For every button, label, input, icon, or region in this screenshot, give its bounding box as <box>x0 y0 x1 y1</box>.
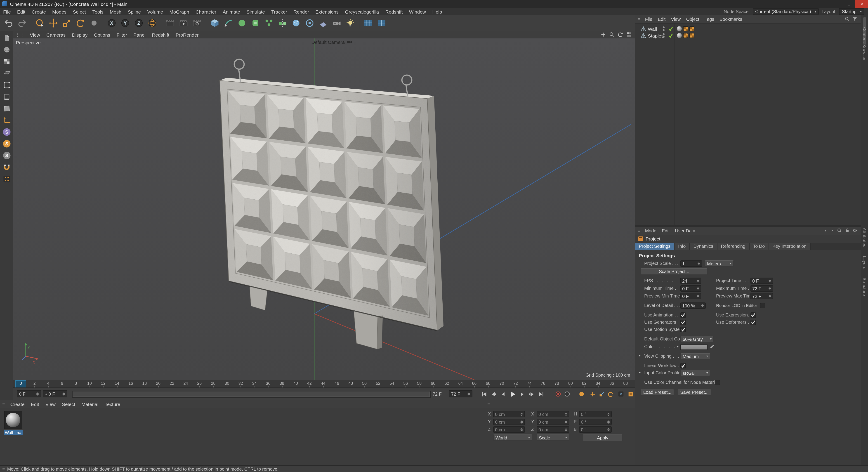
viewport-menu-display[interactable]: Display <box>69 31 91 38</box>
input-profile-select[interactable]: sRGB▾ <box>680 370 710 376</box>
layout-select[interactable]: Startup▾ <box>839 8 864 15</box>
menu-edit[interactable]: Edit <box>14 8 29 15</box>
enabled-check-icon[interactable] <box>668 33 673 39</box>
render-view-icon[interactable] <box>164 17 176 29</box>
tab-info[interactable]: Info <box>675 243 690 250</box>
apply-button[interactable]: Apply <box>583 435 622 441</box>
coordinate-system-select[interactable]: World▾ <box>493 435 532 441</box>
close-button[interactable]: × <box>855 0 868 8</box>
menu-spline[interactable]: Spline <box>125 8 144 15</box>
search-icon[interactable] <box>837 228 842 234</box>
enable-snap-icon[interactable] <box>1 162 12 173</box>
preview-range-bar[interactable] <box>72 390 431 398</box>
play-button[interactable] <box>508 390 517 398</box>
menu-window[interactable]: Window <box>406 8 429 15</box>
zoom-view-icon[interactable] <box>608 31 616 38</box>
workplane-mode-icon[interactable] <box>1 68 12 79</box>
linear-workflow-checkbox[interactable] <box>680 363 686 369</box>
viewport-view-label[interactable]: Perspective <box>16 40 41 45</box>
lock-x-axis-icon[interactable]: X <box>105 17 118 29</box>
object-menu-edit[interactable]: Edit <box>655 15 668 23</box>
attribute-menu-mode[interactable]: Mode <box>643 227 659 234</box>
side-tab-layers[interactable]: Layers <box>862 256 867 270</box>
menu-tracker[interactable]: Tracker <box>268 8 290 15</box>
node-material-checkbox[interactable] <box>715 380 720 385</box>
menu-volume[interactable]: Volume <box>144 8 166 15</box>
default-object-color-select[interactable]: 60% Gray▾ <box>680 336 714 342</box>
add-field-icon[interactable] <box>303 17 316 29</box>
object-menu-object[interactable]: Object <box>683 15 702 23</box>
texture-tag-icon[interactable] <box>689 26 694 31</box>
scale-project-button[interactable]: Scale Project... <box>641 268 708 275</box>
tab-to-do[interactable]: To Do <box>749 243 769 250</box>
material-menu-material[interactable]: Material <box>78 400 101 408</box>
attribute-object-row[interactable]: Project <box>635 235 861 242</box>
add-extrude-icon[interactable] <box>249 17 262 29</box>
move-tool-icon[interactable] <box>47 17 60 29</box>
texture-tag-icon[interactable] <box>689 33 694 38</box>
goto-start-button[interactable] <box>480 390 489 398</box>
redo-icon[interactable] <box>16 17 29 29</box>
search-icon[interactable] <box>844 16 850 22</box>
panel-splitter[interactable] <box>635 225 861 227</box>
phong-tag-icon[interactable] <box>677 33 682 38</box>
view-clipping-caret[interactable]: ▸ <box>639 353 641 357</box>
minimum-time-field[interactable]: 0 F <box>680 285 701 292</box>
material-item[interactable]: Wall_ma <box>4 411 23 463</box>
timeline-ruler[interactable]: 0246810121416182022242628303234363840424… <box>13 380 635 388</box>
key-parameter-button[interactable]: P <box>617 390 625 398</box>
filter-icon[interactable] <box>852 16 858 22</box>
use-generators-checkbox[interactable] <box>680 320 686 325</box>
history-back-icon[interactable] <box>823 228 828 233</box>
viewport-menu-redshift[interactable]: Redshift <box>149 31 173 38</box>
preview-max-field[interactable]: 72 F <box>750 293 773 299</box>
viewport-menu-options[interactable]: Options <box>91 31 113 38</box>
menu-mesh[interactable]: Mesh <box>107 8 125 15</box>
object-menu-view[interactable]: View <box>668 15 683 23</box>
viewport-menu-view[interactable]: View <box>27 31 43 38</box>
viewport-menu-prorender[interactable]: ProRender <box>173 31 202 38</box>
menu-select[interactable]: Select <box>70 8 89 15</box>
attribute-menu-edit[interactable]: Edit <box>659 227 672 234</box>
rotation-h-field[interactable]: 0 ° <box>579 411 612 417</box>
side-tab-content-browser[interactable]: Content Browser <box>862 27 867 61</box>
autokeying-button[interactable] <box>563 390 571 398</box>
attribute-manager-grip-icon[interactable]: ≡ <box>635 228 643 233</box>
rotate-view-icon[interactable] <box>617 31 624 38</box>
key-scale-button[interactable] <box>598 390 606 398</box>
menu-help[interactable]: Help <box>429 8 445 15</box>
size-x-field[interactable]: 0 cm <box>537 411 569 417</box>
eyedropper-icon[interactable] <box>709 344 715 349</box>
add-floor-icon[interactable] <box>317 17 330 29</box>
menu-animate[interactable]: Animate <box>219 8 243 15</box>
pan-view-icon[interactable] <box>599 31 607 38</box>
keyframe-selection-button[interactable] <box>577 390 585 398</box>
maximum-time-field[interactable]: 72 F <box>750 285 773 292</box>
lock-y-axis-icon[interactable]: Y <box>119 17 131 29</box>
points-mode-icon[interactable] <box>1 80 12 90</box>
coordinate-system-icon[interactable] <box>146 17 159 29</box>
view-clipping-select[interactable]: Medium▾ <box>680 353 710 359</box>
menu-mograph[interactable]: MoGraph <box>166 8 192 15</box>
material-thumbnail[interactable] <box>4 411 22 429</box>
minimize-button[interactable]: ─ <box>830 0 843 8</box>
menu-extensions[interactable]: Extensions <box>312 8 342 15</box>
position-z-field[interactable]: 0 cm <box>493 426 525 433</box>
coordinate-mode-select[interactable]: Scale▾ <box>537 435 569 441</box>
menu-redshift[interactable]: Redshift <box>382 8 406 15</box>
attribute-menu-user-data[interactable]: User Data <box>672 227 698 234</box>
material-menu-select[interactable]: Select <box>59 400 78 408</box>
enabled-check-icon[interactable] <box>668 26 673 32</box>
texture-tag-icon[interactable] <box>683 26 688 31</box>
undo-icon[interactable] <box>2 17 15 29</box>
menu-create[interactable]: Create <box>29 8 49 15</box>
add-cube-icon[interactable] <box>209 17 221 29</box>
phong-tag-icon[interactable] <box>677 26 682 31</box>
lock-icon[interactable] <box>844 228 850 234</box>
menu-file[interactable]: File <box>0 8 14 15</box>
menu-tools[interactable]: Tools <box>89 8 106 15</box>
render-region-icon[interactable] <box>177 17 190 29</box>
tab-dynamics[interactable]: Dynamics <box>690 243 717 250</box>
tab-referencing[interactable]: Referencing <box>717 243 749 250</box>
max-frame-field[interactable]: 72 F <box>449 390 472 398</box>
